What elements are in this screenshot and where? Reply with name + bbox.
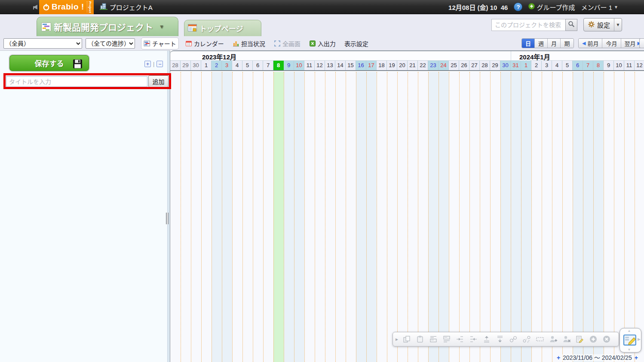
scroll-right-icon[interactable]: ▶	[638, 337, 641, 341]
move-down-icon	[495, 334, 505, 344]
insert-row-below-button[interactable]	[440, 333, 453, 345]
day-column	[604, 72, 614, 362]
scroll-up-icon[interactable]: ▲	[620, 329, 638, 333]
day-cell: 10	[614, 61, 624, 70]
group-create-link[interactable]: グループ作成	[528, 3, 575, 12]
day-cell: 17	[366, 61, 377, 70]
member-filter-select[interactable]: （全員）	[3, 38, 82, 49]
scale-week-button[interactable]: 週	[535, 39, 548, 48]
help-button[interactable]: ?	[514, 3, 522, 11]
remove-member-button[interactable]	[560, 333, 573, 345]
day-cell: 4	[232, 61, 242, 70]
edit-task-panel-button[interactable]	[623, 334, 637, 348]
indent-button[interactable]	[453, 333, 466, 345]
project-home-link[interactable]: プロジェクトA	[100, 3, 153, 12]
chart-range-label: 2023/11/06 ～ 2024/02/25	[562, 354, 633, 361]
unlink-button[interactable]	[520, 333, 533, 345]
tab-top-page[interactable]: トップページ	[184, 20, 261, 36]
tab-row: 新製品開発プロジェクト ▼ トップページ 設定 ▼	[0, 14, 644, 36]
tab-project[interactable]: 新製品開発プロジェクト ▼	[37, 17, 178, 36]
select-range-button[interactable]	[533, 333, 546, 345]
progress-filter-select[interactable]: （全ての進捗）	[86, 38, 135, 49]
view-calendar-button[interactable]: カレンダー	[183, 38, 226, 49]
add-button[interactable]	[586, 333, 600, 345]
settings-dropdown-button[interactable]: ▼	[614, 19, 622, 31]
chart-body	[170, 72, 644, 362]
main-area: 保存する + | − 追加 2023年12月 2024年1月 282930123…	[0, 50, 644, 362]
toolbar-collapse-icon[interactable]: ▸	[396, 336, 398, 342]
search-input[interactable]	[491, 19, 565, 31]
search-button[interactable]	[565, 19, 577, 31]
tab-project-label: 新製品開発プロジェクト	[54, 20, 153, 33]
day-column	[356, 72, 366, 362]
member-menu[interactable]: メンバー 1 ▼	[581, 3, 618, 12]
toolbar-row: （全員） （全ての進捗） チャートカレンダー担当状況全画面入出力表示設定 日週月…	[0, 36, 644, 50]
day-cell: 7	[583, 61, 593, 70]
day-column	[593, 72, 604, 362]
clipped-edge-button[interactable]	[639, 38, 644, 48]
view-chart-button[interactable]: チャート	[141, 37, 179, 50]
save-button-label: 保存する	[35, 58, 64, 68]
view-io-button[interactable]: 入出力	[307, 38, 338, 49]
panel-splitter-handle[interactable]	[166, 213, 169, 224]
add-icon	[589, 334, 598, 344]
day-column	[377, 72, 387, 362]
outdent-button[interactable]	[466, 333, 480, 345]
extend-range-left-link[interactable]: +	[557, 354, 560, 361]
move-up-button[interactable]	[480, 333, 493, 345]
brabio-logo[interactable]: Brabio ! Project	[39, 0, 94, 14]
day-cell: 1	[201, 61, 212, 70]
add-task-button[interactable]: 追加	[148, 75, 169, 87]
insert-row-below-icon	[442, 334, 451, 344]
view-display-settings-button[interactable]: 表示設定	[342, 38, 371, 49]
copy-button[interactable]	[400, 333, 413, 345]
month-nav-group: ◀ 前月 今月 翌月 ▶	[578, 38, 644, 48]
edit-task-icon	[575, 334, 585, 344]
add-member-button[interactable]	[546, 333, 560, 345]
day-row: 2829301234567891011121314151617181920212…	[170, 61, 644, 71]
scroll-down-icon[interactable]: ▼	[620, 348, 638, 352]
day-cell: 24	[439, 61, 449, 70]
chevron-down-icon: ▼	[614, 5, 618, 9]
view-display-settings-button-label: 表示設定	[344, 39, 368, 48]
day-column	[490, 72, 500, 362]
this-month-button[interactable]: 今月	[602, 39, 621, 48]
day-cell: 8	[593, 61, 604, 70]
day-cell: 14	[335, 61, 346, 70]
scale-term-button[interactable]: 期	[561, 39, 573, 48]
row-height-controls: + | −	[144, 61, 163, 67]
collapse-rows-button[interactable]: −	[156, 61, 163, 67]
green-plus-icon	[528, 3, 535, 11]
scale-month-button[interactable]: 月	[548, 39, 561, 48]
edit-task-button[interactable]	[573, 333, 586, 345]
day-cell: 28	[170, 61, 181, 70]
delete-button[interactable]	[600, 333, 613, 345]
scale-day-button[interactable]: 日	[522, 39, 535, 48]
gear-icon	[588, 21, 595, 29]
day-cell: 12	[635, 61, 644, 70]
link-button[interactable]	[506, 333, 520, 345]
insert-row-above-button[interactable]	[426, 333, 440, 345]
day-cell: 23	[428, 61, 439, 70]
month-label: 2023年12月	[202, 52, 236, 61]
day-column	[315, 72, 325, 362]
save-button[interactable]: 保存する	[9, 54, 90, 72]
prev-month-button[interactable]: ◀ 前月	[579, 39, 602, 48]
move-down-button[interactable]	[493, 333, 506, 345]
paste-button[interactable]	[413, 333, 426, 345]
fullscreen-icon	[274, 40, 281, 47]
day-cell: 28	[480, 61, 490, 70]
settings-button[interactable]: 設定	[584, 19, 614, 31]
extend-range-right-link[interactable]: +	[635, 354, 638, 361]
tab-dropdown-icon[interactable]: ▼	[159, 24, 164, 30]
day-cell: 30	[500, 61, 511, 70]
announcement-icon	[33, 4, 39, 10]
day-cell: 3	[542, 61, 552, 70]
view-workload-button[interactable]: 担当状況	[230, 38, 267, 49]
task-title-input[interactable]	[6, 76, 147, 87]
day-cell: 26	[459, 61, 469, 70]
day-cell: 11	[304, 61, 315, 70]
excel-icon	[309, 40, 316, 47]
expand-rows-button[interactable]: +	[144, 61, 151, 67]
day-column	[542, 72, 552, 362]
